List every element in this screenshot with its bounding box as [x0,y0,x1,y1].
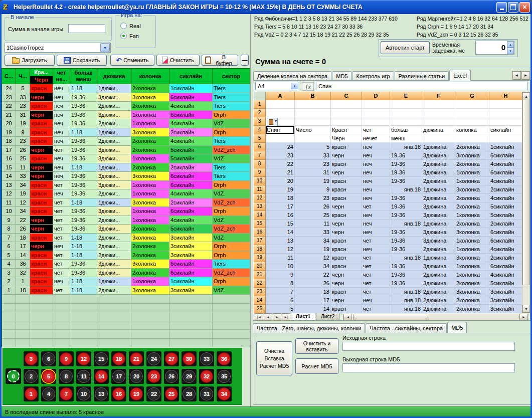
sheet-cell[interactable]: 1колонка [455,211,489,220]
sheet-row-header[interactable]: 10 [254,177,266,185]
sheet-cell[interactable]: 3дюжина [422,279,455,288]
sheet-column-header[interactable]: B [295,92,331,100]
collapse-button[interactable]: — [241,55,249,66]
sheet-cell[interactable]: 3колонка [455,288,489,296]
sheet-cell[interactable] [331,100,362,109]
sheet-cell[interactable]: 5сиклайн [489,279,522,288]
hscroll-left-icon[interactable]: ◄ [343,314,352,320]
sheet-cell[interactable]: 3дюжина [422,237,455,245]
sheet-cell[interactable]: 2дюжина [422,296,455,305]
sheet-cell[interactable]: 3дюжина [422,168,455,177]
board-number-cell[interactable]: 3 [24,351,39,366]
sheet-cell[interactable]: черн [331,296,362,305]
sheet-cell[interactable]: 14 [295,305,331,313]
board-number-cell[interactable]: 14 [94,369,109,384]
tab-md5-bottom[interactable]: MD5 [447,322,467,333]
sheet-cell[interactable]: 2колонка [455,202,489,211]
sheet-cell[interactable]: красн [331,254,362,262]
sheet-cell[interactable]: дюжина [422,126,455,134]
sheet-cell[interactable]: 2дюжина [422,305,455,313]
paste-options-icon[interactable] [267,118,278,126]
table-row[interactable]: 436краснчет19-363дюжи...3колонка6сиклайн… [2,260,251,269]
sheet-cell[interactable]: красн [331,288,362,296]
sheet-cell[interactable]: чет [362,271,390,279]
sheet-cell[interactable]: 2колонка [455,194,489,202]
sheet-cell[interactable]: 1колонка [455,168,489,177]
board-number-cell[interactable]: 13 [94,386,109,401]
table-row[interactable]: 21красннеч1-181дюжи...1колонка1сиклайнOr… [2,277,251,286]
sheet-cell[interactable]: 22 [295,271,331,279]
tabs-scroll-left-icon[interactable]: ◄ [512,71,521,80]
sheet-cell[interactable]: 2колонка [455,279,489,288]
sheet-cell[interactable]: 19 [266,185,295,194]
sheet-cell[interactable]: красн [331,237,362,245]
sheet-cell[interactable]: 4сиклайн [489,177,522,185]
sheet-cell[interactable]: 8 [266,279,295,288]
sheet-column-header[interactable]: A [266,92,295,100]
sheet-cell[interactable]: 3дюжина [422,262,455,271]
table-row[interactable]: 1823красннеч19-362дюжи...2колонка4сиклай… [2,137,251,146]
prev-sheet-icon[interactable]: ◄ [264,313,272,321]
table-row[interactable]: 332краснчет19-363дюжи...2колонка6сиклайн… [2,269,251,278]
sheet-cell[interactable]: черн [331,220,362,228]
sheet-cell[interactable]: 31 [295,168,331,177]
sheet-cell[interactable]: черн [331,271,362,279]
sheet-cell[interactable]: 12 [295,254,331,262]
sheet-cell[interactable]: 19-36 [390,211,422,220]
sheet-cell[interactable]: 3дюжина [422,211,455,220]
table-row[interactable]: 2131черннеч19-363дюжи...1колонка6сиклайн… [2,111,251,120]
sheet-cell[interactable] [295,100,331,109]
board-number-cell[interactable]: 31 [199,386,214,401]
sheet-cell[interactable]: 19 [295,245,331,254]
sheet-cell[interactable] [455,100,489,109]
table-row[interactable]: 118краснчет1-182дюжи...3колонка3сиклайнV… [2,286,251,295]
md5-output-input[interactable] [342,363,515,372]
board-number-cell[interactable]: 33 [199,351,214,366]
sheet-row-header[interactable]: 5 [254,134,266,143]
board-number-cell[interactable]: 12 [76,351,91,366]
sheet-cell[interactable]: красн [331,160,362,168]
sheet-cell[interactable]: 6сиклайн [489,228,522,237]
calc-md5-button[interactable]: Расчет MD5 [295,358,338,374]
sheet-cell[interactable] [362,109,390,117]
sheet-cell[interactable] [266,109,295,117]
sheet-cell[interactable]: 9 [266,271,295,279]
sheet-cell[interactable]: 13 [266,237,295,245]
sheet-cell[interactable]: 26 [295,202,331,211]
sheet-cell[interactable]: неч [362,143,390,151]
sheet-cell[interactable]: чет [362,254,390,262]
board-number-cell[interactable]: 17 [111,369,126,384]
sheet-cell[interactable]: красн [331,211,362,220]
sheet-cell[interactable]: 11 [295,220,331,228]
board-number-cell[interactable]: 30 [182,351,197,366]
sheet-cell[interactable]: 2дюжина [422,177,455,185]
sheet-cell[interactable]: 33 [295,151,331,160]
sheet-cell[interactable] [422,109,455,117]
sheet-row-header[interactable]: 8 [254,160,266,168]
sheet-column-header[interactable]: E [390,92,422,100]
load-button[interactable]: Загрузить [5,55,55,66]
fx-icon[interactable]: ƒx [302,82,314,91]
sheet-cell[interactable]: чет [362,279,390,288]
sheet-cell[interactable]: 2дюжина [422,271,455,279]
table-row[interactable]: 922чернчет19-362дюжи...1колонка4сиклайнV… [2,216,251,225]
sheet-cell[interactable]: 2сиклайн [489,185,522,194]
sheet-cell[interactable]: Спин [266,126,295,134]
sheet-cell[interactable]: чет [362,288,390,296]
sheet-cell[interactable]: красн [331,305,362,313]
sheet-cell[interactable]: черн [331,228,362,237]
sheet-cell[interactable]: 3сиклайн [489,288,522,296]
sheet-cell[interactable]: 2колонка [455,305,489,313]
sheet-cell[interactable] [266,134,295,143]
first-sheet-icon[interactable]: |◄ [255,313,263,321]
sheet-cell[interactable] [422,134,455,143]
sheet-cell[interactable]: 1колонка [455,177,489,185]
sheet-cell[interactable]: неч [362,220,390,228]
sheet-cell[interactable]: 19-36 [390,202,422,211]
board-number-cell[interactable]: 10 [76,386,91,401]
sheet-cell[interactable]: 12 [266,245,295,254]
sheet-cell[interactable] [295,134,331,143]
board-number-cell[interactable]: 27 [164,351,179,366]
table-row[interactable]: 1625красннеч19-363дюжи...1колонка5сиклай… [2,154,251,163]
spinner-up-icon[interactable]: ▲ [507,41,514,48]
